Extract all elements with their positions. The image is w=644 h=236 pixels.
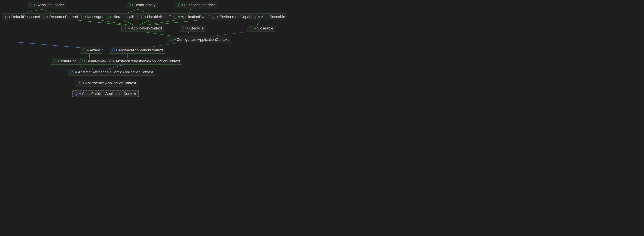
diagram-container: i ResourceLoader i BeanFactory i Functio… — [0, 0, 644, 236]
node-AutoCloseable[interactable]: i AutoCloseable — [251, 13, 287, 20]
node-Aware[interactable]: i Aware — [80, 47, 102, 54]
green-dot — [132, 4, 134, 6]
node-AbstractApplicationContext[interactable]: C AbstractApplicationContext — [109, 47, 165, 54]
node-BeanFactory[interactable]: i BeanFactory — [125, 2, 158, 8]
blue-dot — [116, 49, 118, 51]
blue-dot — [8, 16, 10, 18]
blue-dot — [79, 93, 81, 95]
green-dot — [110, 16, 112, 18]
green-dot — [254, 27, 256, 29]
interface-icon: i — [140, 15, 143, 19]
class-icon: C — [108, 59, 112, 63]
node-label: AbstractApplicationContext — [118, 48, 163, 52]
interface-icon: i — [124, 26, 127, 30]
arrows-svg — [0, 0, 644, 236]
blue-dot — [113, 60, 114, 62]
green-dot — [186, 27, 188, 29]
node-label: AbstractRefreshableConfigApplicationCont… — [78, 70, 153, 74]
interface-icon: i — [182, 26, 186, 30]
node-label: Lifecycle — [189, 26, 204, 30]
node-label: Closeable — [257, 26, 273, 30]
green-dot — [58, 60, 59, 62]
node-label: AbstractRefreshableApplicationContext — [116, 59, 180, 63]
node-ClassPathXmlApplicationContext[interactable]: C ClassPathXmlApplicationContext — [72, 90, 139, 97]
node-AbstractRefreshableConfigApplicationContext[interactable]: C AbstractRefreshableConfigApplicationCo… — [68, 69, 155, 75]
class-icon: C — [111, 48, 115, 52]
green-dot — [84, 16, 86, 18]
green-dot — [174, 39, 176, 40]
class-icon: C — [78, 81, 82, 85]
node-label: Aware — [90, 48, 100, 52]
node-label: AutoCloseable — [261, 15, 285, 19]
class-icon: C — [4, 15, 8, 19]
green-dot — [46, 16, 48, 18]
node-EnvironmentCapable[interactable]: i EnvironmentCapable — [210, 13, 256, 20]
interface-icon: i — [254, 15, 257, 19]
node-ConfigurableApplicationContext[interactable]: i ConfigurableApplicationContext — [167, 36, 231, 43]
green-dot — [144, 16, 146, 18]
blue-dot — [82, 82, 84, 84]
svg-line-6 — [17, 42, 123, 51]
interface-icon: i — [80, 15, 84, 19]
interface-icon: i — [169, 38, 173, 41]
interface-icon: i — [29, 3, 33, 7]
green-dot — [34, 4, 36, 6]
interface-icon: i — [177, 3, 180, 7]
green-dot — [178, 16, 180, 18]
interface-icon: i — [79, 59, 83, 63]
node-label: BeanFactory — [134, 3, 156, 7]
node-label: AbstractXmlApplicationContext — [85, 81, 136, 85]
blue-dot — [75, 71, 77, 73]
interface-icon: i — [53, 59, 56, 63]
green-dot — [258, 16, 260, 18]
interface-icon: i — [105, 15, 109, 19]
interface-icon: i — [82, 48, 86, 52]
green-dot — [87, 49, 89, 51]
node-ApplicationContext[interactable]: i ApplicationContext — [122, 25, 164, 32]
green-dot — [182, 4, 183, 6]
node-label: ApplicationContext — [131, 26, 162, 30]
green-dot — [84, 60, 85, 62]
interface-icon: i — [212, 15, 216, 19]
node-label: ResourceLoader — [36, 3, 64, 7]
node-label: EnvironmentCapable — [220, 15, 254, 19]
node-Lifecycle[interactable]: i Lifecycle — [180, 25, 206, 32]
interface-icon: i — [174, 15, 177, 19]
node-AbstractRefreshableApplicationContext[interactable]: C AbstractRefreshableApplicationContext — [106, 58, 182, 65]
interface-icon: i — [127, 3, 131, 7]
node-label: ClassPathXmlApplicationContext — [82, 92, 136, 96]
interface-icon: i — [42, 15, 46, 19]
class-icon: C — [70, 70, 74, 74]
node-ResourceLoader[interactable]: i ResourceLoader — [27, 2, 66, 8]
node-FunctionalInterface[interactable]: i FunctionalInterface — [174, 2, 218, 8]
class-icon: C — [74, 92, 78, 96]
node-label: ConfigurableApplicationContext — [176, 37, 228, 42]
node-Closeable[interactable]: i Closeable — [247, 25, 276, 32]
green-dot — [128, 27, 130, 29]
node-label: FunctionalInterface — [184, 3, 216, 7]
interface-icon: i — [249, 26, 253, 30]
green-dot — [217, 16, 218, 18]
node-AbstractXmlApplicationContext[interactable]: C AbstractXmlApplicationContext — [76, 80, 138, 86]
